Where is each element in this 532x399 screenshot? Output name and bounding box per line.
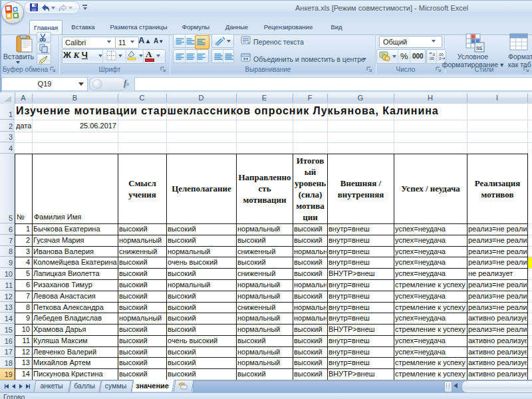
svg-text:,0: ,0 (432, 53, 436, 57)
svg-text:,00: ,00 (429, 57, 434, 61)
svg-text:s≤: s≤ (476, 45, 483, 51)
